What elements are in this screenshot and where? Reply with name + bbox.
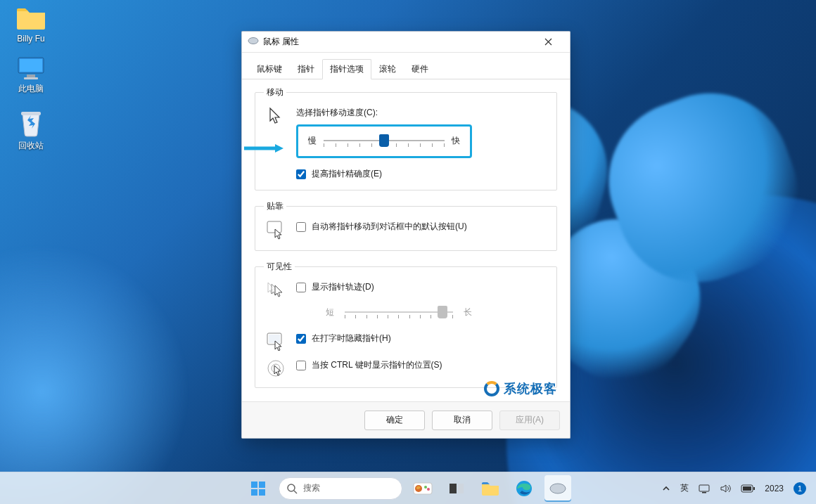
cancel-button[interactable]: 取消: [432, 411, 492, 430]
ime-indicator[interactable]: 英: [680, 482, 689, 494]
task-view-icon: [449, 482, 464, 496]
mouse-icon: [248, 37, 259, 47]
task-view-button[interactable]: [443, 475, 470, 502]
desktop-icon-this-pc[interactable]: 此电脑: [6, 56, 56, 95]
svg-rect-27: [702, 492, 706, 493]
hide-while-typing-label[interactable]: 在打字时隐藏指针(H): [312, 332, 391, 344]
svg-point-5: [248, 38, 258, 44]
mouse-properties-dialog: 鼠标 属性 鼠标键 指针 指针选项 滚轮 硬件 移动 选择指针移动速度(C): [241, 31, 570, 439]
clock[interactable]: 2023: [765, 484, 784, 493]
close-button[interactable]: [532, 32, 564, 52]
watermark-icon: [484, 381, 499, 396]
snap-to-icon: [265, 221, 286, 240]
tab-buttons[interactable]: 鼠标键: [249, 59, 290, 79]
ctrl-locate-icon: [265, 359, 286, 377]
titlebar[interactable]: 鼠标 属性: [242, 32, 570, 53]
svg-rect-22: [450, 484, 457, 493]
svg-point-25: [550, 484, 566, 493]
pointer-trails-label[interactable]: 显示指针轨迹(D): [312, 281, 374, 293]
slider-thumb: [438, 306, 447, 318]
snap-to-default-label[interactable]: 自动将指针移动到对话框中的默认按钮(U): [312, 221, 467, 233]
volume-icon[interactable]: [720, 484, 731, 493]
desktop-icon-label: 此电脑: [18, 83, 44, 95]
svg-rect-2: [27, 75, 35, 77]
slider-label-slow: 慢: [308, 135, 317, 147]
taskbar-search[interactable]: 搜索: [279, 477, 402, 500]
mouse-icon: [549, 482, 567, 495]
svg-line-17: [294, 491, 297, 493]
svg-rect-14: [251, 489, 257, 496]
folder-icon: [481, 481, 499, 496]
svg-rect-12: [251, 482, 257, 488]
ok-button[interactable]: 确定: [364, 411, 425, 430]
desktop-icon-recycle-bin[interactable]: 回收站: [6, 108, 56, 152]
close-icon: [544, 38, 552, 46]
search-icon: [286, 483, 298, 494]
tab-pointer-options[interactable]: 指针选项: [322, 59, 371, 79]
svg-point-20: [424, 486, 427, 489]
group-visibility: 可见性 显示指针轨迹(D) 短: [255, 261, 557, 388]
taskbar-explorer[interactable]: [477, 475, 504, 502]
watermark: 系统极客: [484, 380, 557, 397]
tab-pointers[interactable]: 指针: [290, 59, 322, 79]
tab-wheel[interactable]: 滚轮: [371, 59, 404, 79]
trail-label-long: 长: [462, 306, 473, 318]
trail-label-short: 短: [324, 306, 336, 318]
notification-badge[interactable]: 1: [793, 482, 806, 495]
svg-rect-26: [699, 485, 709, 491]
chat-badge-icon: [413, 480, 433, 497]
pointer-trails-icon: [265, 281, 286, 298]
svg-rect-9: [269, 335, 280, 343]
group-snap: 贴靠 自动将指针移动到对话框中的默认按钮(U): [255, 200, 557, 251]
battery-icon[interactable]: [741, 484, 755, 493]
dialog-footer: 确定 取消 应用(A): [242, 401, 570, 438]
ctrl-locate-checkbox[interactable]: [296, 361, 306, 370]
group-visibility-legend: 可见性: [264, 261, 295, 273]
svg-rect-29: [753, 487, 755, 490]
svg-rect-15: [259, 489, 265, 496]
snap-to-default-checkbox[interactable]: [296, 222, 306, 232]
monitor-icon: [17, 56, 45, 80]
desktop-icon-label: Billy Fu: [17, 34, 44, 44]
cursor-arrow-icon: [265, 107, 286, 125]
taskbar-edge[interactable]: [511, 475, 537, 502]
folder-icon: [15, 6, 46, 31]
dialog-title: 鼠标 属性: [263, 36, 299, 48]
tray-overflow-icon[interactable]: [662, 484, 670, 493]
group-snap-legend: 贴靠: [264, 200, 286, 212]
group-motion: 移动 选择指针移动速度(C): 慢: [255, 86, 557, 190]
svg-rect-13: [259, 482, 265, 488]
desktop-icon-folder[interactable]: Billy Fu: [6, 6, 56, 44]
svg-rect-3: [24, 77, 38, 79]
pointer-trails-checkbox[interactable]: [296, 283, 306, 292]
tab-hardware[interactable]: 硬件: [404, 59, 436, 79]
enhance-precision-checkbox[interactable]: [296, 169, 306, 179]
pointer-speed-label: 选择指针移动速度(C):: [296, 107, 547, 119]
search-placeholder: 搜索: [303, 482, 320, 494]
apply-button[interactable]: 应用(A): [499, 411, 560, 430]
desktop-icon-label: 回收站: [18, 140, 44, 152]
start-button[interactable]: [245, 475, 272, 502]
dialog-content: 移动 选择指针移动速度(C): 慢: [242, 79, 570, 401]
svg-rect-4: [21, 112, 41, 115]
svg-rect-30: [743, 486, 751, 491]
taskbar-center: 搜索: [245, 475, 571, 502]
desktop-icons: Billy Fu 此电脑 回收站: [6, 6, 56, 152]
windows-icon: [250, 480, 267, 497]
svg-point-16: [288, 484, 295, 491]
pointer-speed-slider[interactable]: 慢 快: [296, 124, 472, 158]
tabs: 鼠标键 指针 指针选项 滚轮 硬件: [242, 53, 570, 79]
enhance-precision-label[interactable]: 提高指针精确度(E): [312, 168, 382, 180]
svg-rect-7: [267, 221, 281, 233]
taskbar-chat[interactable]: [409, 475, 436, 502]
taskbar: 搜索 英 2023 1: [0, 472, 816, 504]
ctrl-locate-label[interactable]: 当按 CTRL 键时显示指针的位置(S): [312, 359, 442, 371]
system-tray: 英 2023 1: [662, 482, 816, 495]
slider-thumb[interactable]: [379, 134, 389, 147]
pointer-trails-slider: [343, 300, 455, 324]
svg-rect-23: [458, 484, 464, 493]
network-icon[interactable]: [699, 484, 710, 493]
taskbar-mouse-settings[interactable]: [544, 475, 571, 502]
svg-point-21: [427, 488, 430, 491]
hide-while-typing-checkbox[interactable]: [296, 334, 306, 344]
